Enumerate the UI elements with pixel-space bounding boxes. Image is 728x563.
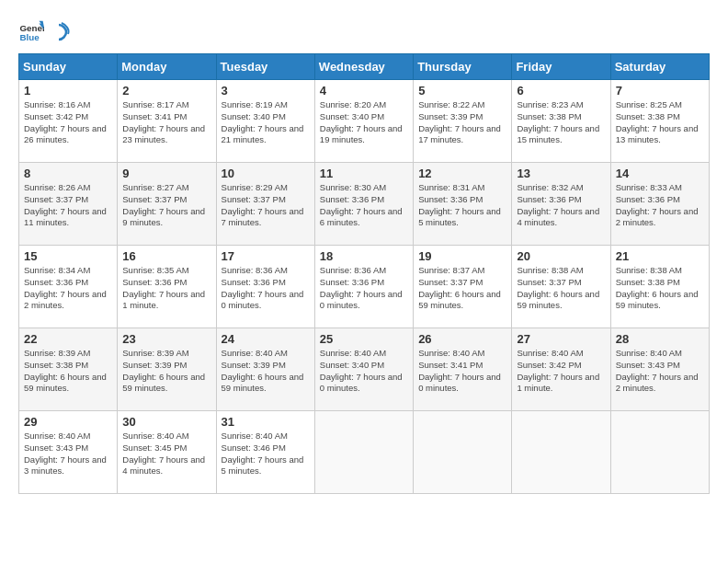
calendar-cell: 29Sunrise: 8:40 AM Sunset: 3:43 PM Dayli… xyxy=(19,411,118,494)
calendar-cell: 9Sunrise: 8:27 AM Sunset: 3:37 PM Daylig… xyxy=(118,163,216,246)
cell-info: Sunrise: 8:33 AM Sunset: 3:36 PM Dayligh… xyxy=(616,182,704,229)
calendar-cell: 18Sunrise: 8:36 AM Sunset: 3:36 PM Dayli… xyxy=(314,246,413,328)
day-number: 27 xyxy=(517,332,605,346)
calendar-cell: 1Sunrise: 8:16 AM Sunset: 3:42 PM Daylig… xyxy=(19,80,118,163)
day-number: 11 xyxy=(320,167,408,180)
calendar-cell: 25Sunrise: 8:40 AM Sunset: 3:40 PM Dayli… xyxy=(314,328,413,411)
calendar-cell: 8Sunrise: 8:26 AM Sunset: 3:37 PM Daylig… xyxy=(19,163,118,246)
calendar-cell: 13Sunrise: 8:32 AM Sunset: 3:36 PM Dayli… xyxy=(512,163,610,246)
cell-info: Sunrise: 8:39 AM Sunset: 3:39 PM Dayligh… xyxy=(122,348,210,395)
calendar-cell xyxy=(610,411,709,494)
calendar-header: SundayMondayTuesdayWednesdayThursdayFrid… xyxy=(19,54,710,80)
day-number: 22 xyxy=(24,332,112,346)
cell-info: Sunrise: 8:29 AM Sunset: 3:37 PM Dayligh… xyxy=(222,182,310,229)
day-number: 5 xyxy=(418,84,506,98)
day-number: 21 xyxy=(616,249,704,263)
calendar-cell: 20Sunrise: 8:38 AM Sunset: 3:37 PM Dayli… xyxy=(512,246,610,328)
calendar-cell: 12Sunrise: 8:31 AM Sunset: 3:36 PM Dayli… xyxy=(414,163,512,246)
calendar-cell: 2Sunrise: 8:17 AM Sunset: 3:41 PM Daylig… xyxy=(118,80,216,163)
cell-info: Sunrise: 8:40 AM Sunset: 3:46 PM Dayligh… xyxy=(222,431,310,477)
cell-info: Sunrise: 8:34 AM Sunset: 3:36 PM Dayligh… xyxy=(24,265,112,312)
day-number: 9 xyxy=(122,167,210,180)
day-number: 17 xyxy=(222,249,310,263)
calendar-cell xyxy=(314,411,413,494)
cell-info: Sunrise: 8:27 AM Sunset: 3:37 PM Dayligh… xyxy=(122,182,210,229)
calendar-cell: 4Sunrise: 8:20 AM Sunset: 3:40 PM Daylig… xyxy=(314,80,413,163)
calendar-cell: 26Sunrise: 8:40 AM Sunset: 3:41 PM Dayli… xyxy=(414,328,512,411)
week-row-5: 29Sunrise: 8:40 AM Sunset: 3:43 PM Dayli… xyxy=(19,411,710,494)
calendar-cell: 3Sunrise: 8:19 AM Sunset: 3:40 PM Daylig… xyxy=(216,80,314,163)
cell-info: Sunrise: 8:31 AM Sunset: 3:36 PM Dayligh… xyxy=(418,182,506,229)
calendar-cell: 17Sunrise: 8:36 AM Sunset: 3:36 PM Dayli… xyxy=(216,246,314,328)
day-number: 2 xyxy=(122,84,210,98)
day-number: 31 xyxy=(222,415,310,429)
svg-text:Blue: Blue xyxy=(19,32,40,42)
day-number: 6 xyxy=(517,84,605,98)
cell-info: Sunrise: 8:36 AM Sunset: 3:36 PM Dayligh… xyxy=(320,265,408,312)
day-number: 15 xyxy=(24,249,112,263)
calendar-cell: 7Sunrise: 8:25 AM Sunset: 3:38 PM Daylig… xyxy=(610,80,709,163)
calendar-cell: 28Sunrise: 8:40 AM Sunset: 3:43 PM Dayli… xyxy=(610,328,709,411)
day-number: 19 xyxy=(418,249,506,263)
page-header: General Blue xyxy=(18,18,710,44)
calendar-cell: 6Sunrise: 8:23 AM Sunset: 3:38 PM Daylig… xyxy=(512,80,610,163)
cell-info: Sunrise: 8:37 AM Sunset: 3:37 PM Dayligh… xyxy=(418,265,506,312)
day-number: 8 xyxy=(24,167,112,180)
logo-wave-icon xyxy=(50,21,70,41)
day-number: 10 xyxy=(222,167,310,180)
calendar-cell: 22Sunrise: 8:39 AM Sunset: 3:38 PM Dayli… xyxy=(19,328,118,411)
cell-info: Sunrise: 8:40 AM Sunset: 3:45 PM Dayligh… xyxy=(122,431,210,477)
calendar-cell: 16Sunrise: 8:35 AM Sunset: 3:36 PM Dayli… xyxy=(118,246,216,328)
cell-info: Sunrise: 8:40 AM Sunset: 3:41 PM Dayligh… xyxy=(418,348,506,395)
calendar-body: 1Sunrise: 8:16 AM Sunset: 3:42 PM Daylig… xyxy=(19,80,710,494)
week-row-4: 22Sunrise: 8:39 AM Sunset: 3:38 PM Dayli… xyxy=(19,328,710,411)
day-number: 20 xyxy=(517,249,605,263)
week-row-1: 1Sunrise: 8:16 AM Sunset: 3:42 PM Daylig… xyxy=(19,80,710,163)
header-day-wednesday: Wednesday xyxy=(314,54,413,80)
calendar-cell: 5Sunrise: 8:22 AM Sunset: 3:39 PM Daylig… xyxy=(414,80,512,163)
cell-info: Sunrise: 8:26 AM Sunset: 3:37 PM Dayligh… xyxy=(24,182,112,229)
calendar-cell: 19Sunrise: 8:37 AM Sunset: 3:37 PM Dayli… xyxy=(414,246,512,328)
calendar-cell: 10Sunrise: 8:29 AM Sunset: 3:37 PM Dayli… xyxy=(216,163,314,246)
cell-info: Sunrise: 8:40 AM Sunset: 3:39 PM Dayligh… xyxy=(222,348,310,395)
header-day-saturday: Saturday xyxy=(610,54,709,80)
cell-info: Sunrise: 8:23 AM Sunset: 3:38 PM Dayligh… xyxy=(517,99,605,146)
cell-info: Sunrise: 8:20 AM Sunset: 3:40 PM Dayligh… xyxy=(320,99,408,146)
cell-info: Sunrise: 8:40 AM Sunset: 3:42 PM Dayligh… xyxy=(517,348,605,395)
cell-info: Sunrise: 8:32 AM Sunset: 3:36 PM Dayligh… xyxy=(517,182,605,229)
day-number: 18 xyxy=(320,249,408,263)
header-day-sunday: Sunday xyxy=(19,54,118,80)
day-number: 25 xyxy=(320,332,408,346)
header-day-monday: Monday xyxy=(118,54,216,80)
cell-info: Sunrise: 8:40 AM Sunset: 3:40 PM Dayligh… xyxy=(320,348,408,395)
calendar-cell: 27Sunrise: 8:40 AM Sunset: 3:42 PM Dayli… xyxy=(512,328,610,411)
week-row-3: 15Sunrise: 8:34 AM Sunset: 3:36 PM Dayli… xyxy=(19,246,710,328)
cell-info: Sunrise: 8:16 AM Sunset: 3:42 PM Dayligh… xyxy=(24,99,112,146)
header-day-friday: Friday xyxy=(512,54,610,80)
calendar-cell xyxy=(414,411,512,494)
day-number: 3 xyxy=(222,84,310,98)
cell-info: Sunrise: 8:30 AM Sunset: 3:36 PM Dayligh… xyxy=(320,182,408,229)
calendar-cell: 24Sunrise: 8:40 AM Sunset: 3:39 PM Dayli… xyxy=(216,328,314,411)
cell-info: Sunrise: 8:25 AM Sunset: 3:38 PM Dayligh… xyxy=(616,99,704,146)
cell-info: Sunrise: 8:40 AM Sunset: 3:43 PM Dayligh… xyxy=(24,431,112,477)
cell-info: Sunrise: 8:36 AM Sunset: 3:36 PM Dayligh… xyxy=(222,265,310,312)
calendar-cell xyxy=(512,411,610,494)
cell-info: Sunrise: 8:35 AM Sunset: 3:36 PM Dayligh… xyxy=(122,265,210,312)
calendar-cell: 14Sunrise: 8:33 AM Sunset: 3:36 PM Dayli… xyxy=(610,163,709,246)
day-number: 16 xyxy=(122,249,210,263)
calendar-table: SundayMondayTuesdayWednesdayThursdayFrid… xyxy=(18,53,710,494)
header-day-thursday: Thursday xyxy=(414,54,512,80)
cell-info: Sunrise: 8:38 AM Sunset: 3:37 PM Dayligh… xyxy=(517,265,605,312)
calendar-cell: 23Sunrise: 8:39 AM Sunset: 3:39 PM Dayli… xyxy=(118,328,216,411)
header-row: SundayMondayTuesdayWednesdayThursdayFrid… xyxy=(19,54,710,80)
logo: General Blue xyxy=(18,18,70,44)
day-number: 7 xyxy=(616,84,704,98)
day-number: 24 xyxy=(222,332,310,346)
day-number: 23 xyxy=(122,332,210,346)
cell-info: Sunrise: 8:40 AM Sunset: 3:43 PM Dayligh… xyxy=(616,348,704,395)
day-number: 13 xyxy=(517,167,605,180)
day-number: 14 xyxy=(616,167,704,180)
day-number: 29 xyxy=(24,415,112,429)
calendar-cell: 11Sunrise: 8:30 AM Sunset: 3:36 PM Dayli… xyxy=(314,163,413,246)
